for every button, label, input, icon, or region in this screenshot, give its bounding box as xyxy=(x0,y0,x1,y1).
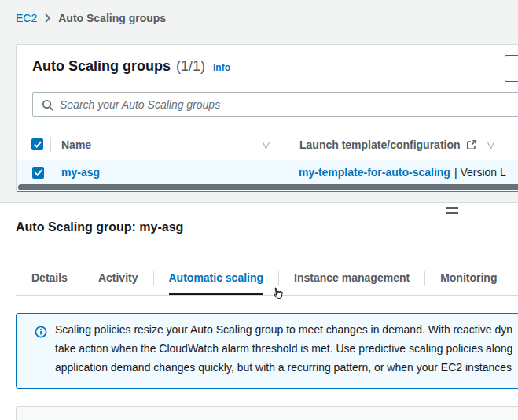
horizontal-scrollbar[interactable] xyxy=(18,184,518,190)
column-header-launch-template[interactable]: Launch template/configuration ▽ xyxy=(281,138,509,151)
chevron-right-icon xyxy=(44,13,51,23)
check-icon xyxy=(34,141,42,148)
search-icon xyxy=(42,99,53,111)
launch-template-version: | Version L xyxy=(454,166,506,179)
asg-name-link[interactable]: my-asg xyxy=(61,166,100,179)
asg-table-card: Auto Scaling groups (1/1) Info xyxy=(16,44,518,192)
alert-line: application demand changes quickly, but … xyxy=(55,358,512,377)
tab-details[interactable]: Details xyxy=(31,262,68,295)
breadcrumb: EC2 Auto Scaling groups xyxy=(16,12,166,24)
refresh-button[interactable] xyxy=(505,55,518,82)
table-title: Auto Scaling groups xyxy=(32,58,171,75)
column-label: Launch template/configuration xyxy=(299,138,461,151)
alert-line: take action when the CloudWatch alarm th… xyxy=(55,339,512,358)
breadcrumb-link-ec2[interactable]: EC2 xyxy=(16,12,37,24)
table-count: (1/1) xyxy=(176,58,205,75)
split-panel: Auto Scaling group: my-asg Details Activ… xyxy=(0,203,518,420)
alert-line: Scaling policies resize your Auto Scalin… xyxy=(55,320,512,339)
split-panel-drag-handle[interactable] xyxy=(446,207,458,216)
tab-divider xyxy=(278,271,279,286)
row-checkbox[interactable] xyxy=(32,167,44,179)
tab-activity[interactable]: Activity xyxy=(98,262,138,295)
tab-divider xyxy=(424,271,425,286)
breadcrumb-current: Auto Scaling groups xyxy=(58,12,166,24)
external-link-icon xyxy=(466,139,477,150)
tabs: Details Activity Automatic scaling Insta… xyxy=(16,262,512,295)
tab-monitoring[interactable]: Monitoring xyxy=(440,262,497,295)
info-icon xyxy=(35,326,47,341)
tab-instance-management[interactable]: Instance management xyxy=(294,262,410,295)
tab-divider xyxy=(83,271,83,286)
info-alert: Scaling policies resize your Auto Scalin… xyxy=(16,313,518,389)
aws-console-page: EC2 Auto Scaling groups Auto Scaling gro… xyxy=(0,0,518,420)
tab-divider xyxy=(153,271,154,286)
info-link[interactable]: Info xyxy=(213,62,230,73)
select-all-checkbox[interactable] xyxy=(31,138,43,150)
scaling-policies-card xyxy=(16,406,518,420)
tabs-bottom-border xyxy=(16,295,518,296)
table-header-row: Name ▽ Launch template/configuration ▽ xyxy=(17,129,518,160)
alert-text: Scaling policies resize your Auto Scalin… xyxy=(55,320,512,377)
row-name-cell: my-asg xyxy=(51,160,281,184)
table-card-header: Auto Scaling groups (1/1) Info xyxy=(32,58,230,75)
column-label: Name xyxy=(61,138,91,151)
drag-handle-bar xyxy=(446,212,458,214)
sort-icon[interactable]: ▽ xyxy=(263,139,270,150)
drag-handle-bar xyxy=(446,207,458,209)
sort-icon[interactable]: ▽ xyxy=(487,139,494,150)
check-icon xyxy=(35,169,42,176)
split-panel-title: Auto Scaling group: my-asg xyxy=(16,220,183,234)
top-section: EC2 Auto Scaling groups Auto Scaling gro… xyxy=(0,0,518,203)
row-select-cell xyxy=(17,160,51,184)
row-launch-template-cell: my-template-for-auto-scaling| Version L xyxy=(281,160,518,184)
search-box xyxy=(32,92,518,117)
tab-automatic-scaling[interactable]: Automatic scaling xyxy=(169,262,264,295)
select-all-cell xyxy=(17,138,50,150)
search-input[interactable] xyxy=(60,98,518,111)
launch-template-link[interactable]: my-template-for-auto-scaling xyxy=(299,166,450,179)
column-header-name[interactable]: Name ▽ xyxy=(51,138,281,151)
column-divider xyxy=(509,137,509,152)
